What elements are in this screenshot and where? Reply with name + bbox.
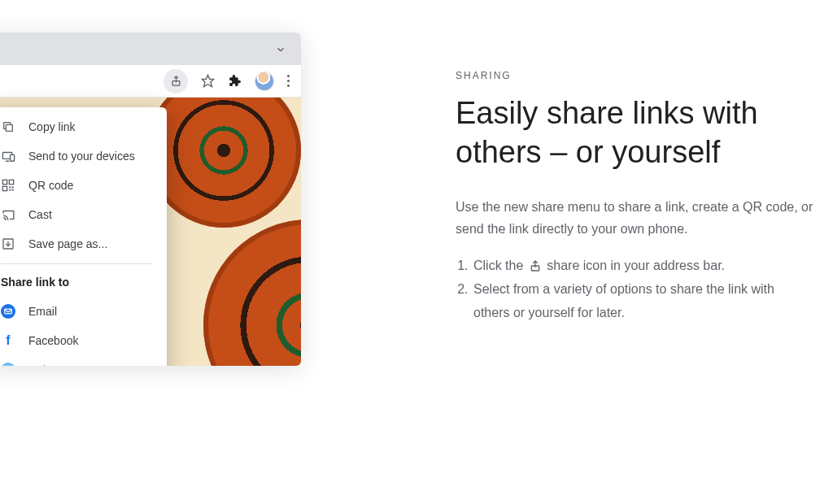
tab-strip — [0, 33, 301, 65]
svg-rect-11 — [12, 189, 14, 191]
share-target-facebook[interactable]: f Facebook — [0, 326, 167, 355]
menu-item-copy-link[interactable]: Copy link — [0, 112, 167, 141]
svg-rect-7 — [2, 186, 7, 190]
menu-item-label: Save page as... — [28, 237, 107, 250]
cast-icon — [1, 207, 15, 222]
svg-rect-8 — [9, 186, 11, 188]
svg-rect-4 — [10, 154, 14, 161]
bookmark-star-icon[interactable] — [201, 74, 215, 88]
menu-item-label: Copy link — [28, 120, 76, 133]
svg-rect-9 — [12, 186, 14, 188]
window-chevron-icon[interactable] — [275, 44, 286, 55]
devices-icon — [1, 149, 15, 163]
share-target-label: Email — [28, 305, 57, 318]
menu-section-header: Share link to — [0, 272, 167, 297]
svg-rect-6 — [9, 180, 13, 184]
address-bar-toolbar — [0, 65, 301, 98]
share-icon[interactable] — [164, 69, 188, 93]
menu-item-label: Send to your devices — [28, 150, 135, 163]
extensions-puzzle-icon[interactable] — [228, 74, 242, 88]
menu-item-send-devices[interactable]: Send to your devices — [0, 141, 167, 171]
svg-rect-5 — [2, 180, 7, 184]
browser-mock-column: Copy link Send to your devices QR code — [0, 0, 309, 504]
menu-item-label: Cast — [28, 208, 52, 221]
svg-rect-13 — [5, 309, 11, 314]
article-column: SHARING Easily share links with others –… — [309, 0, 833, 504]
article-headline: Easily share links with others – or your… — [456, 94, 813, 172]
menu-item-label: QR code — [28, 179, 73, 192]
menu-item-cast[interactable]: Cast — [0, 200, 167, 229]
download-icon — [1, 237, 15, 251]
svg-rect-2 — [6, 124, 12, 131]
more-menu-icon[interactable] — [287, 75, 290, 87]
article-step-2: Select from a variety of options to shar… — [472, 278, 813, 325]
qr-code-icon — [1, 178, 15, 193]
share-menu-popup: Copy link Send to your devices QR code — [0, 107, 167, 366]
email-icon — [1, 304, 15, 319]
browser-window: Copy link Send to your devices QR code — [0, 33, 301, 366]
copy-icon — [1, 119, 15, 134]
svg-rect-10 — [9, 189, 11, 191]
profile-avatar[interactable] — [255, 72, 274, 91]
article-lede: Use the new share menu to share a link, … — [456, 196, 813, 240]
menu-item-qr-code[interactable]: QR code — [0, 171, 167, 200]
svg-marker-1 — [202, 75, 213, 86]
article-eyebrow: SHARING — [456, 70, 820, 81]
share-icon — [529, 259, 542, 272]
facebook-icon: f — [1, 333, 15, 348]
article-step-1: Click the share icon in your address bar… — [472, 254, 813, 278]
menu-separator — [1, 263, 152, 264]
share-target-email[interactable]: Email — [0, 297, 167, 326]
share-target-label: Facebook — [28, 334, 78, 347]
menu-item-save-page[interactable]: Save page as... — [0, 229, 167, 259]
article-steps: Click the share icon in your address bar… — [456, 254, 813, 324]
